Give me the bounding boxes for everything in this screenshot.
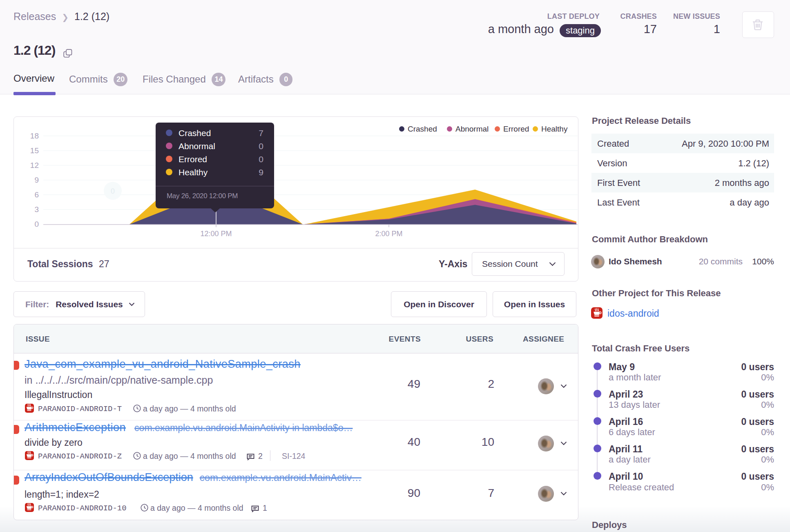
- svg-text:0: 0: [111, 187, 115, 195]
